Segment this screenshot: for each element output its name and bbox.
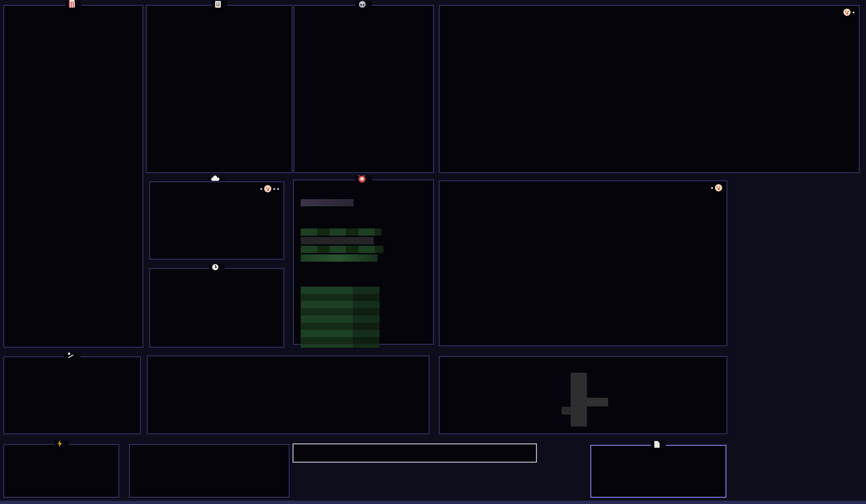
panel-notes[interactable] [590,445,726,498]
panel-jira[interactable] [147,355,430,434]
redacted-text [571,373,587,427]
weather-panel-title [150,177,283,181]
redacted-text [301,237,374,244]
panel-security[interactable] [3,356,141,434]
redacted-text [301,228,382,236]
redacted-text [587,398,608,406]
redacted-text [301,246,383,253]
redacted-schedule [353,287,380,348]
redacted-schedule [301,287,353,348]
redacted-text [301,254,378,262]
wtf-dashboard [0,0,866,504]
panel-newrelic[interactable] [439,356,727,434]
panel-git[interactable] [439,5,860,173]
redacted-text [301,199,354,206]
panel-away[interactable] [293,5,434,173]
window-bottom-edge [0,501,866,504]
cloud-icon [211,177,219,181]
panel-uptime[interactable] [293,443,537,463]
panel-github[interactable] [439,180,727,346]
panel-oncall[interactable] [293,179,434,345]
panel-build[interactable] [129,444,290,498]
redacted-text [561,407,571,415]
panel-weather[interactable] [149,181,284,260]
panel-world-clocks[interactable] [149,268,284,348]
panel-calendar[interactable] [3,5,143,348]
panel-todo[interactable] [146,5,293,173]
panel-power[interactable] [3,444,119,498]
